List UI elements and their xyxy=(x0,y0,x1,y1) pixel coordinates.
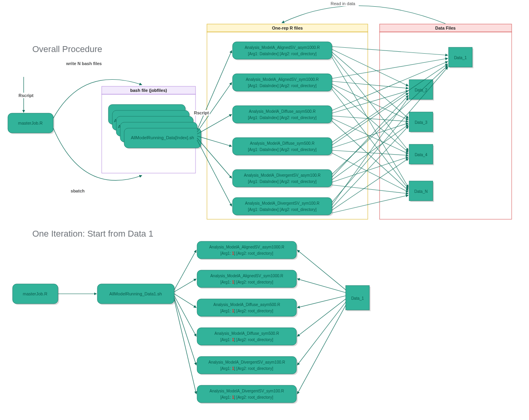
node-master-bottom: masterJob.R xyxy=(13,284,59,305)
edge-label-writeN: write N bash files xyxy=(66,61,102,66)
node-bashstack-top: A A AllModelRunning_Data[Index].sh xyxy=(108,105,202,149)
svg-rect-81 xyxy=(197,299,296,316)
svg-text:[Arg1: DataIndex] [Arg2: root_: [Arg1: DataIndex] [Arg2: root_directory] xyxy=(248,52,317,56)
edges-bot-bash-to-rfiles xyxy=(174,250,196,394)
svg-text:Data_3: Data_3 xyxy=(415,120,428,125)
svg-text:[Arg1: 1] [Arg2: root_director: [Arg1: 1] [Arg2: root_directory] xyxy=(220,280,273,284)
svg-text:Analysis_ModelA_DivergentSV_sy: Analysis_ModelA_DivergentSV_sym100.R xyxy=(245,201,320,205)
svg-text:[Arg1: DataIndex] [Arg2: root_: [Arg1: DataIndex] [Arg2: root_directory] xyxy=(248,179,317,184)
rfile-top-5: Analysis_ModelA_DivergentSV_sym100.R [Ar… xyxy=(233,198,333,216)
svg-rect-35 xyxy=(233,138,332,155)
svg-text:Analysis_ModelA_Diffuse_sym500: Analysis_ModelA_Diffuse_sym500.R xyxy=(214,331,279,336)
svg-rect-93 xyxy=(197,385,296,403)
svg-text:Analysis_ModelA_AlignedSV_asym: Analysis_ModelA_AlignedSV_asym1000.R xyxy=(245,45,320,50)
title-iteration: One Iteration: Start from Data 1 xyxy=(32,229,153,239)
svg-text:[Arg1: 1] [Arg2: root_director: [Arg1: 1] [Arg2: root_directory] xyxy=(220,366,273,371)
svg-text:[Arg1: 1] [Arg2: root_director: [Arg1: 1] [Arg2: root_directory] xyxy=(220,395,273,399)
diagram-canvas: Overall Procedure One Iteration: Start f… xyxy=(0,0,529,420)
edge-label-readin: Read in data xyxy=(331,1,356,6)
edge-label-rscript: Rscript xyxy=(19,93,34,98)
svg-rect-23 xyxy=(233,42,332,59)
svg-text:masterJob.R: masterJob.R xyxy=(18,121,43,125)
svg-rect-5 xyxy=(380,32,512,219)
svg-text:[Arg1: DataIndex] [Arg2: root_: [Arg1: DataIndex] [Arg2: root_directory] xyxy=(248,147,317,152)
svg-text:Analysis_ModelA_AlignedSV_sym1: Analysis_ModelA_AlignedSV_sym1000.R xyxy=(210,274,283,278)
rfile-top-2: Analysis_ModelA_Diffuse_asym500.R [Arg1:… xyxy=(233,106,333,124)
rfile-bot-5: Analysis_ModelA_DivergentSV_sym100.R [Ar… xyxy=(197,385,298,404)
node-bash-bottom: AllModelRunning_Data1.sh xyxy=(97,284,175,305)
container-datafiles: Data Files xyxy=(380,24,512,219)
svg-text:Analysis_ModelA_DivergentSV_sy: Analysis_ModelA_DivergentSV_sym100.R xyxy=(210,389,284,393)
edge-readin xyxy=(282,6,445,24)
svg-text:Analysis_ModelA_Diffuse_asym50: Analysis_ModelA_Diffuse_asym500.R xyxy=(249,109,315,114)
svg-text:Analysis_ModelA_Diffuse_asym50: Analysis_ModelA_Diffuse_asym500.R xyxy=(213,302,280,307)
svg-rect-77 xyxy=(197,270,296,287)
rfile-top-4: Analysis_ModelA_DivergentSV_asym100.R [A… xyxy=(233,170,333,188)
node-master-top: masterJob.R xyxy=(8,113,54,134)
svg-rect-85 xyxy=(197,328,296,345)
svg-text:Analysis_ModelA_AlignedSV_asym: Analysis_ModelA_AlignedSV_asym1000.R xyxy=(209,245,285,249)
rfile-top-3: Analysis_ModelA_Diffuse_sym500.R [Arg1: … xyxy=(233,138,333,156)
rfile-bot-2: Analysis_ModelA_Diffuse_asym500.R [Arg1:… xyxy=(197,299,298,317)
rfile-top-1: Analysis_ModelA_AlignedSV_sym1000.R [Arg… xyxy=(233,74,333,92)
svg-text:[Arg1: 1] [Arg2: root_director: [Arg1: 1] [Arg2: root_directory] xyxy=(220,251,273,256)
rfile-bot-0: Analysis_ModelA_AlignedSV_asym1000.R [Ar… xyxy=(197,241,298,260)
svg-text:[Arg1: DataIndex] [Arg2: root_: [Arg1: DataIndex] [Arg2: root_directory] xyxy=(248,84,317,88)
svg-text:[Arg1: 1] [Arg2: root_director: [Arg1: 1] [Arg2: root_directory] xyxy=(220,309,273,313)
edges-bot-data-to-rfiles xyxy=(297,250,346,394)
svg-rect-27 xyxy=(233,74,332,91)
svg-text:masterJob.R: masterJob.R xyxy=(23,291,47,296)
svg-rect-73 xyxy=(197,241,296,259)
data-top-4: Data_N xyxy=(409,181,434,202)
svg-rect-31 xyxy=(233,106,332,123)
data-top-2: Data_3 xyxy=(409,112,434,133)
svg-text:Data_N: Data_N xyxy=(414,189,428,194)
svg-rect-43 xyxy=(233,198,332,215)
svg-text:Analysis_ModelA_AlignedSV_sym1: Analysis_ModelA_AlignedSV_sym1000.R xyxy=(246,77,319,82)
svg-rect-39 xyxy=(233,170,332,187)
title-overall: Overall Procedure xyxy=(32,44,102,54)
svg-text:Analysis_ModelA_Diffuse_sym500: Analysis_ModelA_Diffuse_sym500.R xyxy=(250,141,315,146)
svg-text:[Arg1: DataIndex] [Arg2: root_: [Arg1: DataIndex] [Arg2: root_directory] xyxy=(248,207,317,212)
edge-label-sbatch: sbatch xyxy=(71,189,85,193)
rfile-bot-1: Analysis_ModelA_AlignedSV_sym1000.R [Arg… xyxy=(197,270,298,289)
svg-text:Data_1: Data_1 xyxy=(454,56,467,60)
rfile-top-0: Analysis_ModelA_AlignedSV_asym1000.R [Ar… xyxy=(233,42,333,60)
data-bottom: Data_1 xyxy=(346,286,371,311)
svg-text:Data_2: Data_2 xyxy=(415,88,428,92)
container-datafiles-title: Data Files xyxy=(435,26,456,30)
edge-label-rscript2: Rscript xyxy=(194,110,209,115)
container-bash-title: bash file (jobfiles) xyxy=(130,88,167,93)
edges-bash-to-rfiles xyxy=(197,50,232,206)
container-onerep-title: One-rep R files xyxy=(272,26,303,30)
rfile-bot-3: Analysis_ModelA_Diffuse_sym500.R [Arg1: … xyxy=(197,328,298,346)
svg-text:Data_4: Data_4 xyxy=(415,153,428,157)
svg-text:[Arg1: DataIndex] [Arg2: root_: [Arg1: DataIndex] [Arg2: root_directory] xyxy=(248,116,317,120)
svg-rect-89 xyxy=(197,357,296,374)
svg-text:Analysis_ModelA_DivergentSV_as: Analysis_ModelA_DivergentSV_asym100.R xyxy=(244,173,321,177)
svg-text:AllModelRunning_Data[Index].sh: AllModelRunning_Data[Index].sh xyxy=(131,135,194,140)
svg-text:[Arg1: 1] [Arg2: root_director: [Arg1: 1] [Arg2: root_directory] xyxy=(220,338,273,342)
data-top-0: Data_1 xyxy=(449,47,473,68)
data-top-3: Data_4 xyxy=(409,144,434,165)
svg-text:Data_1: Data_1 xyxy=(351,296,364,301)
rfile-bot-4: Analysis_ModelA_DivergentSV_asym100.R [A… xyxy=(197,357,298,375)
svg-text:AllModelRunning_Data1.sh: AllModelRunning_Data1.sh xyxy=(109,291,162,296)
svg-text:Analysis_ModelA_DivergentSV_as: Analysis_ModelA_DivergentSV_asym100.R xyxy=(209,360,285,364)
